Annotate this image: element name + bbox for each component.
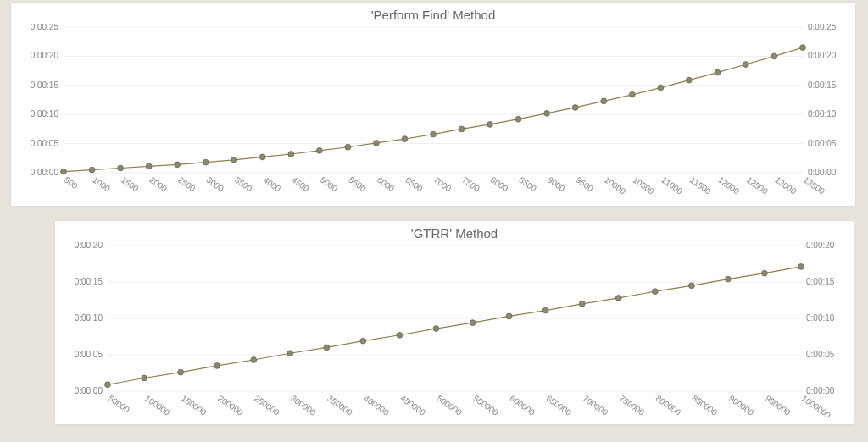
- svg-text:650000: 650000: [544, 394, 573, 417]
- svg-text:0:00:00: 0:00:00: [75, 386, 103, 395]
- svg-point-106: [798, 264, 804, 270]
- svg-point-28: [345, 144, 351, 150]
- svg-text:750000: 750000: [618, 394, 647, 417]
- svg-text:950000: 950000: [764, 394, 793, 417]
- svg-text:500000: 500000: [435, 394, 464, 417]
- svg-text:0:00:20: 0:00:20: [31, 51, 59, 60]
- svg-point-100: [579, 301, 585, 307]
- svg-text:0:00:05: 0:00:05: [806, 350, 835, 359]
- svg-text:5500: 5500: [347, 175, 368, 194]
- svg-point-26: [288, 152, 294, 157]
- svg-text:2000: 2000: [147, 175, 169, 194]
- svg-point-105: [762, 270, 768, 276]
- svg-text:0:00:05: 0:00:05: [808, 139, 837, 148]
- svg-point-25: [259, 154, 265, 160]
- svg-point-22: [175, 162, 181, 168]
- svg-point-97: [470, 320, 476, 326]
- svg-point-34: [515, 116, 521, 122]
- svg-text:13500: 13500: [802, 175, 826, 196]
- svg-point-32: [459, 126, 465, 132]
- svg-text:6500: 6500: [403, 175, 425, 194]
- svg-point-19: [89, 167, 95, 173]
- svg-text:450000: 450000: [398, 394, 427, 417]
- svg-point-29: [374, 141, 380, 146]
- svg-text:500: 500: [63, 175, 80, 191]
- svg-point-36: [572, 105, 578, 111]
- svg-point-90: [214, 363, 220, 369]
- svg-point-101: [615, 296, 621, 301]
- svg-point-44: [800, 45, 806, 51]
- plot-area: 0:00:000:00:000:00:050:00:050:00:100:00:…: [55, 242, 854, 420]
- svg-text:3000: 3000: [205, 175, 226, 194]
- svg-text:0:00:10: 0:00:10: [806, 313, 835, 323]
- svg-text:0:00:20: 0:00:20: [808, 51, 837, 60]
- svg-text:0:00:10: 0:00:10: [75, 313, 103, 323]
- svg-point-94: [360, 338, 366, 344]
- svg-text:0:00:00: 0:00:00: [808, 168, 837, 177]
- svg-text:0:00:10: 0:00:10: [808, 109, 837, 119]
- svg-text:12500: 12500: [745, 175, 770, 196]
- chart-title: 'GTRR' Method: [55, 221, 854, 242]
- svg-text:10500: 10500: [632, 175, 656, 196]
- svg-text:7500: 7500: [460, 175, 481, 194]
- chart-title: 'Perform Find' Method: [11, 3, 855, 24]
- svg-text:0:00:20: 0:00:20: [75, 242, 103, 250]
- svg-point-104: [725, 276, 731, 282]
- svg-text:1000000: 1000000: [800, 394, 833, 420]
- svg-point-88: [142, 375, 147, 381]
- svg-text:850000: 850000: [691, 394, 720, 417]
- svg-text:0:00:25: 0:00:25: [808, 24, 837, 31]
- svg-point-18: [61, 169, 67, 174]
- svg-text:700000: 700000: [581, 394, 610, 417]
- svg-text:600000: 600000: [508, 394, 537, 417]
- chart-panel-gtrr: 'GTRR' Method 0:00:000:00:000:00:050:00:…: [54, 220, 854, 425]
- svg-text:150000: 150000: [180, 394, 209, 417]
- svg-text:3500: 3500: [233, 175, 254, 194]
- svg-text:0:00:00: 0:00:00: [31, 168, 59, 177]
- svg-text:5000: 5000: [319, 175, 340, 194]
- svg-point-37: [601, 98, 607, 104]
- svg-text:0:00:25: 0:00:25: [31, 24, 59, 31]
- svg-point-41: [715, 69, 721, 75]
- svg-text:900000: 900000: [727, 394, 756, 417]
- svg-text:0:00:15: 0:00:15: [75, 277, 103, 286]
- svg-point-27: [316, 147, 322, 153]
- svg-text:50000: 50000: [107, 394, 131, 415]
- svg-text:10000: 10000: [603, 175, 627, 196]
- svg-point-89: [178, 369, 184, 375]
- svg-point-35: [544, 110, 550, 116]
- chart-panel-perform-find: 'Perform Find' Method 0:00:000:00:000:00…: [10, 2, 856, 207]
- svg-text:12000: 12000: [716, 175, 741, 196]
- svg-text:0:00:05: 0:00:05: [31, 139, 59, 148]
- svg-point-95: [397, 332, 403, 338]
- svg-point-31: [431, 131, 437, 137]
- svg-text:200000: 200000: [216, 394, 245, 417]
- svg-text:0:00:00: 0:00:00: [806, 386, 835, 395]
- svg-point-20: [118, 165, 124, 171]
- svg-text:7000: 7000: [432, 175, 453, 194]
- svg-point-93: [324, 345, 330, 351]
- svg-text:11500: 11500: [688, 175, 713, 196]
- svg-point-87: [105, 382, 111, 388]
- svg-text:6000: 6000: [376, 175, 397, 194]
- svg-text:1000: 1000: [91, 175, 112, 194]
- svg-text:400000: 400000: [362, 394, 391, 417]
- svg-text:0:00:15: 0:00:15: [808, 80, 837, 90]
- svg-point-91: [251, 357, 257, 363]
- svg-point-30: [402, 136, 408, 142]
- svg-text:13000: 13000: [773, 175, 798, 196]
- svg-point-43: [771, 53, 777, 59]
- svg-text:9000: 9000: [546, 175, 567, 194]
- svg-point-40: [686, 77, 692, 83]
- svg-text:9500: 9500: [575, 175, 596, 194]
- svg-text:0:00:10: 0:00:10: [31, 109, 59, 119]
- svg-point-24: [231, 157, 237, 163]
- svg-text:0:00:15: 0:00:15: [31, 80, 59, 90]
- svg-text:350000: 350000: [326, 394, 354, 417]
- svg-text:550000: 550000: [471, 394, 500, 417]
- svg-text:8000: 8000: [489, 175, 510, 194]
- svg-text:0:00:15: 0:00:15: [806, 277, 835, 286]
- svg-point-21: [146, 163, 152, 169]
- svg-point-33: [487, 121, 493, 127]
- svg-text:4500: 4500: [290, 175, 311, 194]
